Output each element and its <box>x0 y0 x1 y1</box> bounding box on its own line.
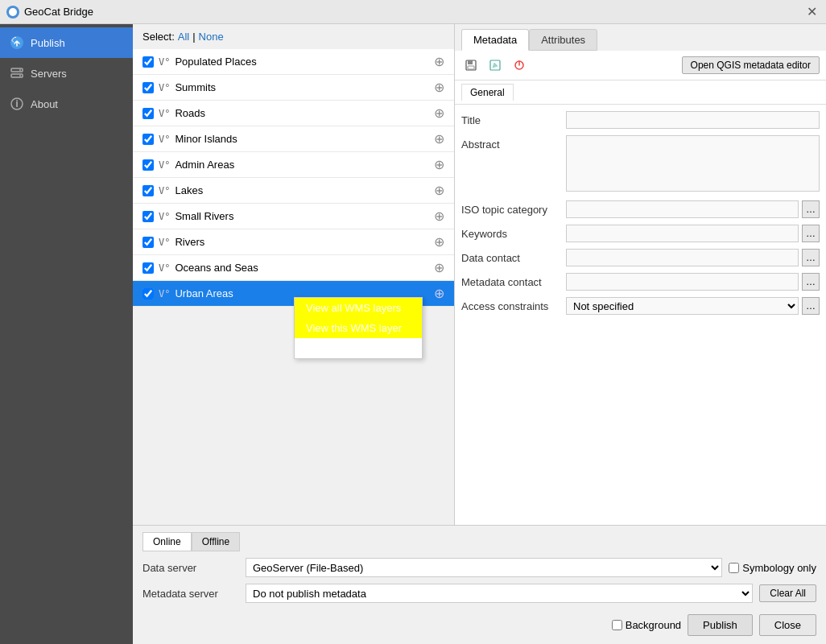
table-row[interactable]: V° Roads ⊕ <box>133 101 454 126</box>
table-row[interactable]: V° Populated Places ⊕ <box>133 49 454 75</box>
metadata-toolbar: Open QGIS metadata editor <box>455 51 826 80</box>
iso-topic-input[interactable] <box>566 200 799 218</box>
keywords-ellipsis-button[interactable]: … <box>802 225 820 242</box>
table-row[interactable]: V° Small Rivers ⊕ <box>133 204 454 229</box>
table-row[interactable]: V° Oceans and Seas ⊕ <box>133 255 454 281</box>
select-none-link[interactable]: None <box>199 31 224 43</box>
layer-checkbox[interactable] <box>142 262 154 274</box>
metadata-contact-input[interactable] <box>566 273 799 291</box>
sidebar-item-about-label: About <box>31 98 58 110</box>
title-value <box>566 111 820 129</box>
table-row[interactable]: V° Rivers ⊕ <box>133 229 454 255</box>
table-row[interactable]: V° Urban Areas ⊕ View all WMS layers Vie… <box>133 281 454 307</box>
access-constraints-ellipsis-button[interactable]: … <box>802 297 820 315</box>
tab-offline[interactable]: Offline <box>192 532 240 551</box>
data-contact-row: Data contact … <box>461 249 820 266</box>
layer-name: Populated Places <box>175 56 429 68</box>
data-contact-ellipsis-button[interactable]: … <box>802 249 820 266</box>
context-menu-item-view-all-wms[interactable]: View all WMS layers <box>295 298 422 318</box>
layer-name: Admin Areas <box>175 159 429 171</box>
split-area: Select: All | None V° Populated Places ⊕… <box>133 24 826 525</box>
layer-name: Roads <box>175 107 429 119</box>
sidebar-item-servers-label: Servers <box>31 68 67 80</box>
action-bar: Background Publish Close <box>142 609 816 638</box>
layer-checkbox[interactable] <box>142 185 154 196</box>
select-separator: | <box>192 31 195 43</box>
context-menu-item-view-this-wms[interactable]: View this WMS layer <box>295 318 422 338</box>
title-row: Title <box>461 111 820 129</box>
metadata-contact-ellipsis-button[interactable]: … <box>802 273 820 291</box>
open-qgis-editor-button[interactable]: Open QGIS metadata editor <box>682 56 820 74</box>
layer-checkbox[interactable] <box>142 82 154 93</box>
table-row[interactable]: V° Minor Islands ⊕ <box>133 126 454 152</box>
layer-checkbox[interactable] <box>142 56 154 68</box>
background-checkbox[interactable] <box>612 620 622 630</box>
clear-all-button[interactable]: Clear All <box>759 584 816 602</box>
metadata-server-select[interactable]: Do not publish metadata <box>246 584 753 603</box>
layer-v-icon: V° <box>159 288 170 299</box>
general-tab-label[interactable]: General <box>461 84 514 101</box>
save-icon-button[interactable] <box>461 56 481 75</box>
sidebar-item-about[interactable]: i About <box>0 89 133 119</box>
drag-icon: ⊕ <box>434 286 444 301</box>
layer-checkbox[interactable] <box>142 134 154 145</box>
table-row[interactable]: V° Admin Areas ⊕ <box>133 152 454 178</box>
table-row[interactable]: V° Summits ⊕ <box>133 75 454 101</box>
layer-name: Small Rivers <box>175 210 429 222</box>
metadata-server-row: Metadata server Do not publish metadata … <box>142 584 816 603</box>
tab-metadata[interactable]: Metadata <box>461 29 529 51</box>
abstract-textarea[interactable] <box>566 135 820 192</box>
layer-name: Lakes <box>175 184 429 196</box>
layer-checkbox[interactable] <box>142 288 154 299</box>
symbology-only-label: Symbology only <box>742 562 816 574</box>
close-button[interactable]: Close <box>759 614 816 636</box>
table-row[interactable]: V° Lakes ⊕ <box>133 178 454 204</box>
general-tab-content: General Title Abstract <box>455 80 826 525</box>
layer-v-icon: V° <box>159 159 170 171</box>
background-label: Background <box>626 619 681 631</box>
svg-point-4 <box>19 69 21 71</box>
data-contact-label: Data contact <box>461 249 566 264</box>
abstract-value <box>566 135 820 194</box>
svg-rect-10 <box>468 66 474 69</box>
layer-v-icon: V° <box>159 134 170 145</box>
layer-checkbox[interactable] <box>142 159 154 171</box>
metadata-panel: Metadata Attributes <box>455 24 826 525</box>
layer-name: Minor Islands <box>175 133 429 145</box>
server-icon <box>10 66 24 80</box>
select-all-link[interactable]: All <box>178 31 189 43</box>
keywords-input[interactable] <box>566 225 799 242</box>
layer-v-icon: V° <box>159 185 170 196</box>
titlebar-title: GeoCat Bridge <box>24 6 93 18</box>
sidebar-item-publish[interactable]: Publish <box>0 27 133 58</box>
iso-topic-label: ISO topic category <box>461 200 566 216</box>
sidebar-item-publish-label: Publish <box>31 37 65 49</box>
title-input[interactable] <box>566 111 820 129</box>
layer-checkbox[interactable] <box>142 211 154 222</box>
tab-online[interactable]: Online <box>142 532 192 551</box>
context-menu-item-unpublish[interactable]: Unpublish geodata <box>295 338 422 358</box>
iso-topic-ellipsis-button[interactable]: … <box>802 200 820 218</box>
close-window-button[interactable]: ✕ <box>803 4 820 20</box>
title-label: Title <box>461 111 566 126</box>
svg-point-0 <box>9 8 17 16</box>
layer-checkbox[interactable] <box>142 237 154 248</box>
tab-attributes[interactable]: Attributes <box>529 29 597 51</box>
background-row: Background <box>612 619 681 631</box>
titlebar: GeoCat Bridge ✕ <box>0 0 826 24</box>
sidebar-item-servers[interactable]: Servers <box>0 58 133 89</box>
layer-checkbox[interactable] <box>142 108 154 119</box>
data-contact-input[interactable] <box>566 249 799 266</box>
power-icon-button[interactable] <box>510 56 529 75</box>
keywords-value: … <box>566 225 820 242</box>
symbology-only-checkbox[interactable] <box>729 563 739 573</box>
layer-name: Summits <box>175 81 429 93</box>
access-constraints-select[interactable]: Not specified <box>566 297 799 315</box>
drag-icon: ⊕ <box>434 234 444 250</box>
publish-button[interactable]: Publish <box>688 614 753 636</box>
data-server-select[interactable]: GeoServer (File-Based) <box>246 558 722 577</box>
metadata-tabs-row: Metadata Attributes <box>455 24 826 51</box>
edit-icon-button[interactable] <box>485 56 505 75</box>
metadata-form: Title Abstract ISO topic c <box>455 105 826 328</box>
access-constraints-label: Access constraints <box>461 297 566 312</box>
